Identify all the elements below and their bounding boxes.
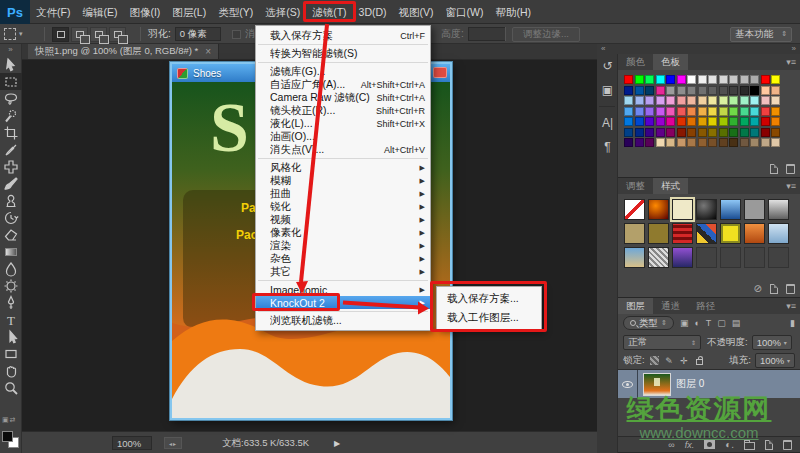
style-thumb-18[interactable] [720,247,741,268]
collapse-strip-icon[interactable]: « [601,44,605,53]
swatch-21[interactable] [687,86,696,95]
style-thumb-11[interactable] [720,223,741,244]
menubar-item-3[interactable]: 图层(L) [166,0,212,23]
swatch-45[interactable] [624,107,633,116]
swatch-11[interactable] [740,75,749,84]
panel-menu-icon[interactable]: ▾≡ [786,57,796,67]
style-thumb-0[interactable] [624,199,645,220]
document-tab[interactable]: 快照1.png @ 100% (图层 0, RGB/8#) * × [28,44,219,59]
refine-edge-button[interactable]: 调整边缘... [512,27,580,42]
layer-thumbnail[interactable] [644,374,670,395]
menu-item-25[interactable]: 浏览联机滤镜... [256,314,430,327]
swatch-15[interactable] [624,86,633,95]
rectangular-marquee-tool[interactable] [0,73,22,90]
hand-tool[interactable] [0,362,22,379]
submenu-item-1[interactable]: 载入工作图层... [437,308,541,327]
swatch-89[interactable] [771,128,780,137]
swatch-28[interactable] [761,86,770,95]
lock-position-icon[interactable]: ✛ [679,355,690,366]
swatch-14[interactable] [771,75,780,84]
menubar-item-10[interactable]: 帮助(H) [490,0,538,23]
zoom-level-field[interactable]: 100% [112,436,152,450]
swatch-99[interactable] [719,138,728,147]
style-thumb-1[interactable] [648,199,669,220]
menu-item-15[interactable]: 锐化▶ [256,200,430,213]
history-panel-icon[interactable]: ↺ [597,54,618,78]
swatch-46[interactable] [635,107,644,116]
swatch-24[interactable] [719,86,728,95]
style-thumb-13[interactable] [768,223,789,244]
scrubby-zoom-icon[interactable]: ◂▸ [164,437,182,449]
swatch-83[interactable] [708,128,717,137]
swatch-65[interactable] [677,117,686,126]
zoom-tool[interactable] [0,379,22,396]
menubar-item-7[interactable]: 3D(D) [353,0,393,23]
spot-healing-brush-tool[interactable] [0,158,22,175]
collapse-tools-icon[interactable]: » [0,44,21,56]
paragraph-panel-icon[interactable]: ¶ [597,135,618,159]
lock-pixels-icon[interactable]: ✎ [664,355,675,366]
height-input[interactable] [468,27,506,41]
quick-selection-tool[interactable] [0,107,22,124]
swatch-56[interactable] [740,107,749,116]
tab-styles[interactable]: 样式 [653,178,688,194]
swatch-100[interactable] [729,138,738,147]
workspace-switcher[interactable]: 基本功能 ⇕ [730,27,792,42]
swatch-10[interactable] [729,75,738,84]
lasso-tool[interactable] [0,90,22,107]
swatch-58[interactable] [761,107,770,116]
filter-shape-layers-icon[interactable]: ▢ [717,318,726,328]
delete-layer-icon[interactable] [783,440,792,450]
swatch-26[interactable] [740,86,749,95]
gradient-tool[interactable] [0,243,22,260]
menubar-item-6[interactable]: 滤镜(T) [306,0,352,23]
tool-preset-picker[interactable]: ▾ [4,24,23,44]
swatch-7[interactable] [698,75,707,84]
layer-row-0[interactable]: 图层 0 [618,370,800,398]
swatch-98[interactable] [708,138,717,147]
swatch-49[interactable] [666,107,675,116]
swatch-53[interactable] [708,107,717,116]
swatch-44[interactable] [771,96,780,105]
type-tool[interactable]: T [0,311,22,328]
default-swap-colors-icon[interactable]: ▣⇄ [2,416,16,424]
filter-adjustment-layers-icon[interactable]: ◐ [694,318,699,328]
swatch-48[interactable] [656,107,665,116]
swatch-38[interactable] [708,96,717,105]
swatch-29[interactable] [771,86,780,95]
filter-smart-objects-icon[interactable]: ▤ [732,318,741,328]
eraser-tool[interactable] [0,226,22,243]
foreground-background-swatches[interactable] [2,428,20,448]
swatch-82[interactable] [698,128,707,137]
swatch-51[interactable] [687,107,696,116]
swatch-36[interactable] [687,96,696,105]
swatch-19[interactable] [666,86,675,95]
swatch-97[interactable] [698,138,707,147]
menu-item-4[interactable]: 滤镜库(G)... [256,65,430,78]
link-layers-icon[interactable]: ∞ [668,440,674,450]
swatch-43[interactable] [761,96,770,105]
close-icon[interactable]: × [205,46,211,57]
swatch-17[interactable] [645,86,654,95]
menubar-item-5[interactable]: 选择(S) [259,0,306,23]
swatch-71[interactable] [740,117,749,126]
swatch-18[interactable] [656,86,665,95]
swatch-75[interactable] [624,128,633,137]
blend-mode-dropdown[interactable]: 正常 ⇕ [623,335,701,350]
swatch-47[interactable] [645,107,654,116]
swatch-79[interactable] [666,128,675,137]
style-thumb-7[interactable] [624,223,645,244]
swatch-57[interactable] [750,107,759,116]
panel-menu-icon[interactable]: ▾≡ [786,181,796,191]
menu-item-7[interactable]: 镜头校正(R)...Shift+Ctrl+R [256,104,430,117]
swatch-37[interactable] [698,96,707,105]
feather-input[interactable]: 0 像素 [175,27,221,41]
fill-dropdown[interactable]: 100% ▾ [755,353,795,368]
style-thumb-10[interactable] [696,223,717,244]
swatch-52[interactable] [698,107,707,116]
style-thumb-12[interactable] [744,223,765,244]
style-thumb-19[interactable] [744,247,765,268]
menu-item-2[interactable]: 转换为智能滤镜(S) [256,47,430,60]
swatch-23[interactable] [708,86,717,95]
style-thumb-6[interactable] [768,199,789,220]
